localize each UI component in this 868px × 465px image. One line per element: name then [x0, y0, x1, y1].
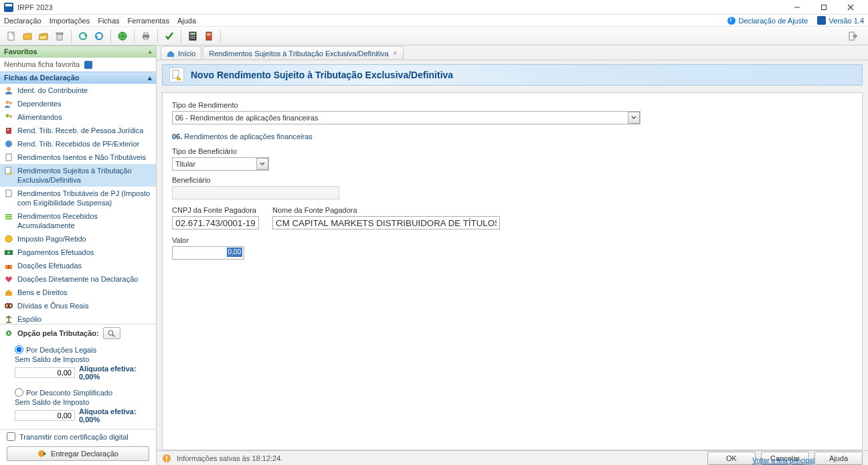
- ficha-espolio[interactable]: Espólio: [0, 312, 156, 324]
- window-title: IRPF 2023: [17, 3, 53, 11]
- toolbar-exit[interactable]: [845, 29, 860, 43]
- toolbar-delete[interactable]: [52, 29, 67, 43]
- toolbar-sep: [71, 29, 72, 43]
- ficha-bens[interactable]: Bens e Direitos: [0, 286, 156, 299]
- info-icon: [727, 17, 735, 25]
- tipo-beneficiario-combo[interactable]: Titular: [172, 157, 269, 171]
- radio-simplificado[interactable]: Por Desconto Simplificado: [15, 388, 149, 397]
- ficha-imposto-pago[interactable]: Imposto Pago/Retido: [0, 232, 156, 246]
- transmit-row[interactable]: Transmitir com certificação digital: [0, 429, 156, 444]
- page-header: Novo Rendimento Sujeito à Tributação Exc…: [162, 64, 863, 86]
- link-declaracao-ajuste[interactable]: Declaração de Ajuste: [727, 17, 808, 25]
- ficha-acumulada[interactable]: Rendimentos Recebidos Acumuladamente: [0, 209, 156, 232]
- scale-icon: [4, 314, 13, 324]
- svg-point-20: [194, 37, 195, 39]
- radio-simplificado-input[interactable]: [15, 388, 23, 397]
- search-button[interactable]: [103, 327, 120, 339]
- menu-declaracao[interactable]: Declaração: [4, 17, 41, 25]
- tabs-row: Início Rendimentos Sujeitos à Tributação…: [157, 45, 868, 60]
- ficha-dividas[interactable]: Dívidas e Ônus Reais: [0, 299, 156, 312]
- globe-send-icon: [37, 449, 47, 458]
- toolbar-receipt[interactable]: [201, 29, 216, 43]
- menu-fichas[interactable]: Fichas: [98, 17, 119, 25]
- ficha-rend-pj[interactable]: Rend. Trib. Receb. de Pessoa Jurídica: [0, 124, 156, 137]
- gear-icon: [4, 329, 13, 338]
- valor-selection: 0,00: [227, 248, 242, 257]
- svg-line-51: [112, 335, 114, 337]
- ok-button[interactable]: OK: [707, 452, 756, 465]
- opcao-label: Opção pela Tributação:: [17, 329, 99, 337]
- dropdown-icon-2[interactable]: [256, 158, 268, 170]
- radio-deducoes[interactable]: Por Deduções Legais: [15, 345, 149, 354]
- ficha-dependentes[interactable]: Dependentes: [0, 97, 156, 110]
- svg-point-18: [191, 37, 192, 39]
- content-area: Início Rendimentos Sujeitos à Tributação…: [157, 45, 868, 465]
- collapse-icon[interactable]: ▴: [149, 48, 152, 55]
- deducoes-valor: [15, 367, 75, 378]
- valor-label: Valor: [172, 236, 853, 244]
- fichas-header[interactable]: Fichas da Declaração ▴: [0, 72, 156, 84]
- cnpj-input[interactable]: [172, 216, 259, 229]
- ficha-ident-contribuinte[interactable]: Ident. do Contribuinte: [0, 84, 156, 97]
- menu-ajuda[interactable]: Ajuda: [177, 17, 196, 25]
- form-area: Tipo de Rendimento 06 - Rendimentos de a…: [162, 92, 863, 450]
- ficha-pj-suspensa[interactable]: Rendimentos Tributáveis de PJ (Imposto c…: [0, 187, 156, 209]
- transmit-checkbox[interactable]: [7, 432, 15, 441]
- ajuda-button[interactable]: Ajuda: [814, 452, 863, 465]
- ficha-doacoes-decl[interactable]: Doações Diretamente na Declaração: [0, 272, 156, 286]
- deducoes-aliq: Alíquota efetiva: 0,00%: [79, 365, 149, 381]
- simplificado-saldo: Sem Saldo de Imposto: [15, 398, 149, 406]
- toolbar-print[interactable]: [139, 29, 153, 43]
- svg-point-41: [7, 252, 10, 254]
- toolbar-refresh2[interactable]: [92, 29, 106, 43]
- toolbar-calc[interactable]: [185, 29, 200, 43]
- toolbar-open[interactable]: [20, 29, 35, 43]
- tab-current[interactable]: Rendimentos Sujeitos à Tributação Exclus…: [203, 46, 403, 60]
- money-icon: [4, 248, 13, 257]
- ficha-alimentandos[interactable]: Alimentandos: [0, 110, 156, 124]
- ficha-doacoes[interactable]: Doações Efetuadas: [0, 259, 156, 272]
- svg-point-15: [191, 35, 192, 37]
- close-button[interactable]: [837, 0, 864, 15]
- entregar-button[interactable]: Entregar Declaração: [7, 446, 149, 461]
- menu-importacoes[interactable]: Importações: [50, 17, 90, 25]
- person-icon: [4, 86, 13, 95]
- tab-close-icon[interactable]: ×: [394, 50, 398, 57]
- svg-rect-23: [207, 35, 211, 35]
- opcao-tributacao-row: Opção pela Tributação:: [0, 324, 156, 342]
- tab-inicio[interactable]: Início: [161, 46, 201, 60]
- menubar: Declaração Importações Fichas Ferramenta…: [0, 15, 868, 27]
- toolbar-sep5: [181, 29, 181, 43]
- menu-ferramentas[interactable]: Ferramentas: [128, 17, 169, 25]
- nome-fonte-input[interactable]: [272, 216, 500, 229]
- ficha-pagamentos[interactable]: Pagamentos Efetuados: [0, 246, 156, 259]
- toolbar-new[interactable]: [4, 29, 19, 43]
- maximize-button[interactable]: [810, 0, 837, 15]
- status-icon: [162, 454, 171, 463]
- toolbar-globe[interactable]: [115, 29, 130, 43]
- voltar-link[interactable]: Voltar a tela principal: [752, 457, 814, 464]
- radio-deducoes-input[interactable]: [15, 345, 23, 354]
- dropdown-icon[interactable]: [628, 112, 640, 124]
- tipo-beneficiario-label: Tipo de Beneficiário: [172, 147, 853, 155]
- link-versao[interactable]: Versão 1.4: [817, 16, 864, 25]
- tipo-rendimento-combo[interactable]: 06 - Rendimentos de aplicações financeir…: [172, 111, 640, 124]
- ficha-tributacao-exclusiva[interactable]: Rendimentos Sujeitos à Tributação Exclus…: [0, 164, 156, 187]
- doc-icon: [4, 153, 13, 162]
- pin-icon: [84, 61, 92, 69]
- coin-icon: [4, 234, 13, 244]
- collapse-icon-2[interactable]: ▴: [148, 74, 152, 82]
- ficha-isentos[interactable]: Rendimentos Isentos e Não Tributáveis: [0, 151, 156, 164]
- toolbar-open2[interactable]: [36, 29, 51, 43]
- svg-point-17: [194, 35, 195, 37]
- fichas-title: Fichas da Declaração: [4, 74, 80, 82]
- toolbar-check[interactable]: [162, 29, 177, 43]
- favorites-header[interactable]: Favoritos ▴: [0, 45, 156, 58]
- svg-point-39: [5, 236, 12, 242]
- building-icon: [4, 126, 13, 135]
- minimize-button[interactable]: [784, 0, 810, 15]
- svg-rect-33: [6, 154, 11, 161]
- toolbar-refresh1[interactable]: [76, 29, 90, 43]
- toolbar-sep2: [110, 29, 111, 43]
- ficha-rend-pf[interactable]: Rend. Trib. Recebidos de PF/Exterior: [0, 137, 156, 151]
